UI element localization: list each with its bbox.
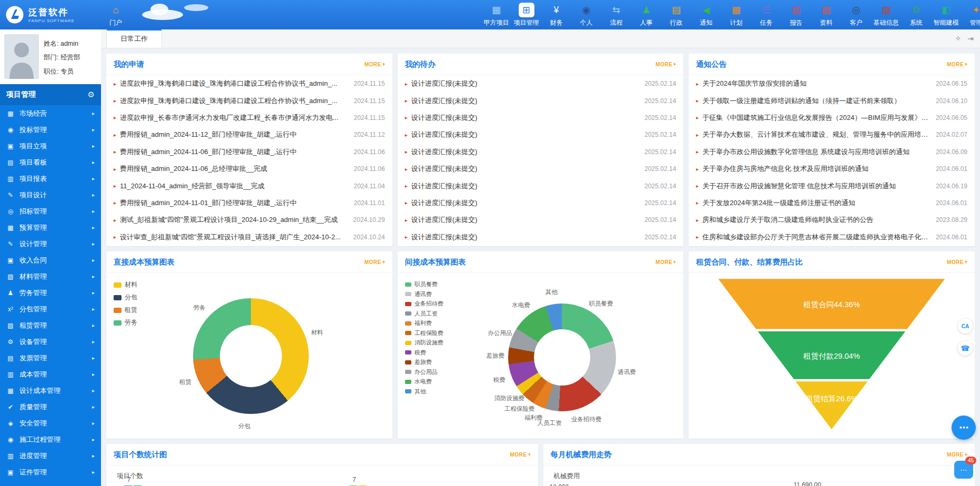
list-item[interactable]: ▸关于举办市政公用设施数字化管理信息 系统建设与应用培训班的通知2024.06.… [696, 144, 967, 160]
list-item[interactable]: ▸设计审查_彭祖新城“四馆”景观工程设计项目_请选择_胡广生_2024-10-2… [114, 229, 385, 246]
list-item[interactable]: ▸设计进度汇报(未提交)2025.02.14 [405, 195, 676, 211]
sidebar-item-design-cost[interactable]: ▦设计成本管理▸ [0, 382, 101, 399]
sidebar-item-material[interactable]: ▨材料管理▸ [0, 268, 101, 285]
sidebar-item-labor[interactable]: ♟劳务管理▸ [0, 285, 101, 301]
nav-item-finance[interactable]: ¥财务 [541, 0, 571, 29]
legend-item[interactable]: 劳务 [114, 318, 137, 327]
more-button[interactable]: MORE [365, 259, 385, 265]
phone-icon[interactable]: ☎ [958, 341, 973, 356]
list-item[interactable]: ▸费用报销_admin_2024-11-06_总经理审批__完成2024.11.… [114, 160, 385, 177]
funnel-segment-settlement[interactable] [796, 381, 868, 429]
nav-item-report[interactable]: ▥报告 [781, 0, 811, 29]
more-button[interactable]: MORE [947, 259, 967, 265]
nav-item-personal[interactable]: ◉个人 [571, 0, 601, 29]
list-item[interactable]: ▸设计进度汇报(未提交)2025.02.14 [405, 160, 676, 177]
key-icon[interactable]: ✧ [955, 34, 962, 43]
user-photo[interactable] [4, 34, 39, 79]
nav-item-notice[interactable]: ◀通知 [691, 0, 721, 29]
sidebar-item-budget[interactable]: ▦预算管理▸ [0, 219, 101, 236]
legend-item[interactable]: 差旅费 [405, 358, 443, 366]
nav-item-portal[interactable]: ⌂ 门户 [102, 0, 129, 29]
list-item[interactable]: ▸费用报销_admin_2024-11-12_部门经理审批_胡建_,运行中202… [114, 126, 385, 143]
legend-item[interactable]: 分包 [114, 293, 137, 302]
list-item[interactable]: ▸关于举办大数据、云计算技术在城市建设、规划、管理与服务中的应用培训班...20… [696, 126, 967, 143]
sidebar-item-invoice[interactable]: ▤发票管理▸ [0, 350, 101, 366]
list-item[interactable]: ▸关于2024年国庆节放假安排的通知2024.06.15 [696, 75, 967, 92]
nav-item-hr[interactable]: ♟人事 [631, 0, 661, 29]
sidebar-item-certificate[interactable]: ▣证件管理▸ [0, 464, 101, 480]
legend-item[interactable]: 税费 [405, 349, 443, 357]
legend-item[interactable]: 通讯费 [405, 290, 443, 298]
sidebar-item-subcontract[interactable]: x²分包管理▸ [0, 301, 101, 317]
legend-item[interactable]: 工程保险费 [405, 329, 443, 337]
sidebar-item-equipment[interactable]: ⚙设备管理▸ [0, 333, 101, 350]
ca-button[interactable]: CA [958, 319, 973, 333]
sidebar-item-design-mgmt[interactable]: ✎设计管理▸ [0, 236, 101, 252]
sidebar-item-reports[interactable]: ▥项目报表▸ [0, 170, 101, 187]
sidebar-item-income-contract[interactable]: ▣收入合同▸ [0, 252, 101, 268]
list-item[interactable]: ▸关于举办住房与房地产信息化 技术及应用培训班的通知2024.06.01 [696, 160, 967, 177]
list-item[interactable]: ▸住房和城乡建设部办公厅关于同意吉林省开展二级建造师执业资格电子化试点...20… [696, 229, 967, 246]
legend-item[interactable]: 职员餐费 [405, 280, 443, 288]
list-item[interactable]: ▸设计进度汇报(未提交)2025.02.14 [405, 144, 676, 160]
list-item[interactable]: ▸设计进度汇报(未提交)2025.02.14 [405, 109, 676, 126]
more-button[interactable]: MORE [655, 62, 676, 67]
sidebar-item-rental[interactable]: ▧租赁管理▸ [0, 317, 101, 333]
more-button[interactable]: MORE [510, 452, 531, 458]
legend-item[interactable]: 租赁 [114, 306, 137, 315]
nav-item-modeling[interactable]: ◧智能建模 [931, 0, 961, 29]
list-item[interactable]: ▸房和城乡建设厅关于取消二级建造师临时执业证书的公告2023.08.29 [696, 211, 967, 228]
sidebar-item-initiation[interactable]: ▣项目立项▸ [0, 138, 101, 154]
more-button[interactable]: MORE [655, 259, 676, 265]
nav-item-plan[interactable]: ▦计划 [721, 0, 751, 29]
list-item[interactable]: ▸设计进度汇报(未提交)2025.02.14 [405, 177, 676, 194]
nav-item-project-mgmt[interactable]: ⊞项目管理 [511, 0, 541, 29]
list-item[interactable]: ▸进度款申报_珠海鹤港口建设_珠海鹤港口建设工程合作协议书_admin_...2… [114, 75, 385, 92]
sidebar-item-quality[interactable]: ✔质量管理▸ [0, 399, 101, 415]
nav-item-docs[interactable]: ▧资料 [811, 0, 841, 29]
nav-item-manage[interactable]: ✦管理 [961, 0, 980, 29]
list-item[interactable]: ▸费用报销_admin_2024-11-06_部门经理审批_胡建_,运行中202… [114, 144, 385, 160]
gear-icon[interactable]: ⚙ [88, 90, 95, 99]
legend-item[interactable]: 业务招待费 [405, 300, 443, 308]
legend-item[interactable]: 其他 [405, 388, 443, 396]
legend-item[interactable]: 材料 [114, 280, 137, 289]
list-item[interactable]: ▸费用报销_admin_2024-11-01_部门经理审批_胡建_,运行中202… [114, 195, 385, 211]
sidebar-item-design[interactable]: ✎项目设计▸ [0, 187, 101, 203]
nav-item-system[interactable]: ⚙系统 [901, 0, 931, 29]
sidebar-item-progress[interactable]: ▥进度管理▸ [0, 448, 101, 464]
nav-item-admin-affairs[interactable]: ▤行政 [661, 0, 691, 29]
list-item[interactable]: ▸设计进度汇报(未提交)2025.02.14 [405, 211, 676, 228]
list-item[interactable]: ▸设计进度汇报(未提交)2025.02.14 [405, 229, 676, 246]
sidebar-item-safety[interactable]: ◈安全管理▸ [0, 415, 101, 431]
sidebar-item-bidding[interactable]: ◉投标管理▸ [0, 122, 101, 138]
more-button[interactable]: MORE [947, 452, 967, 458]
list-item[interactable]: ▸关于发放2024年第24批一级建造师注册证书的通知2024.06.01 [696, 195, 967, 211]
list-item[interactable]: ▸测试_彭祖新城“四馆”景观工程设计项目_2024-10-29_admin_结束… [114, 211, 385, 228]
legend-item[interactable]: 水电费 [405, 378, 443, 386]
sidebar-module-header[interactable]: 项目管理 ⚙ [0, 84, 101, 105]
list-item[interactable]: ▸进度款申报_珠海鹤港口建设_珠海鹤港口建设工程合作协议书_admin_...2… [114, 92, 385, 109]
message-button[interactable]: ⋯ 45 [954, 461, 973, 479]
nav-item-customer[interactable]: ◎客户 [841, 0, 871, 29]
customer-service-chat-button[interactable]: ⋯ [952, 416, 976, 440]
nav-item-base-info[interactable]: ▨基础信息 [871, 0, 901, 29]
sidebar-item-tender[interactable]: ◎招标管理▸ [0, 203, 101, 219]
tab-daily-work[interactable]: 日常工作 [106, 29, 162, 48]
sidebar-item-kanban[interactable]: ▤项目看板▸ [0, 154, 101, 170]
list-item[interactable]: ▸关于领取一级注册建造师培训贴的通知（须持一建证书前来领取）2024.06.10 [696, 92, 967, 109]
list-item[interactable]: ▸设计进度汇报(未提交)2025.02.14 [405, 92, 676, 109]
list-item[interactable]: ▸关于召开市政公用设施智慧化管理 信息技术与应用培训班的通知2024.06.19 [696, 177, 967, 194]
legend-item[interactable]: 消防设施费 [405, 339, 443, 347]
sidebar-item-construction[interactable]: ◉施工过程管理▸ [0, 431, 101, 448]
export-icon[interactable]: ⇥ [967, 34, 974, 43]
nav-item-client-project[interactable]: ▦甲方项目 [481, 0, 511, 29]
list-item[interactable]: ▸设计进度汇报(未提交)2025.02.14 [405, 126, 676, 143]
more-button[interactable]: MORE [365, 62, 385, 67]
nav-item-task[interactable]: ☰任务 [751, 0, 781, 29]
app-logo[interactable]: 泛普软件 FANPU SOFTWARE [0, 5, 101, 24]
nav-item-workflow[interactable]: ⇆流程 [601, 0, 631, 29]
sidebar-item-cost[interactable]: ▥成本管理▸ [0, 366, 101, 382]
more-button[interactable]: MORE [947, 62, 967, 67]
list-item[interactable]: ▸进度款申报_长春市伊通河水力发电厂改建工程_长春市伊通河水力发电...2024… [114, 109, 385, 126]
